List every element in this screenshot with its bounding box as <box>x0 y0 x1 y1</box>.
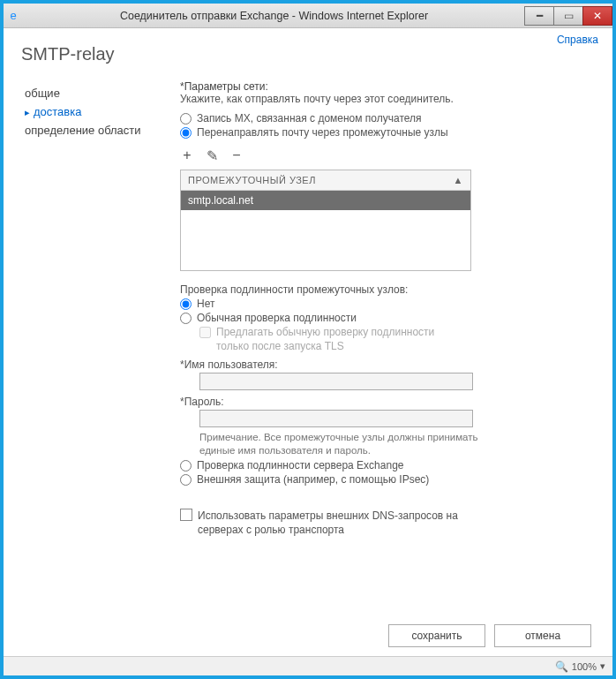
net-params-hint: Укажите, как отправлять почту через этот… <box>180 93 598 105</box>
sidebar-item-delivery[interactable]: доставка <box>18 102 159 121</box>
smarthost-toolbar: + ✎ − <box>180 147 598 164</box>
sidebar-item-general[interactable]: общие <box>18 84 159 102</box>
cancel-button[interactable]: отмена <box>494 624 591 647</box>
checkbox-basic-tls <box>199 327 211 338</box>
auth-section-label: Проверка подлинности промежуточных узлов… <box>180 283 598 296</box>
radio-smarthost[interactable] <box>180 127 192 139</box>
radio-smarthost-label: Перенаправлять почту через промежуточные… <box>197 126 448 139</box>
radio-auth-exchange-label: Проверка подлинности сервера Exchange <box>197 459 403 472</box>
footer: сохранить отмена <box>18 615 598 653</box>
smarthost-list-header[interactable]: ПРОМЕЖУТОЧНЫЙ УЗЕЛ ▲ <box>181 170 470 191</box>
smarthost-list: ПРОМЕЖУТОЧНЫЙ УЗЕЛ ▲ smtp.local.net <box>180 170 471 271</box>
window: e Соединитель отправки Exchange - Window… <box>0 0 616 679</box>
remove-icon[interactable]: − <box>229 147 244 164</box>
password-field <box>199 410 473 427</box>
close-button[interactable]: ✕ <box>582 6 612 26</box>
radio-auth-external[interactable] <box>180 474 192 486</box>
checkbox-external-dns[interactable] <box>180 509 192 521</box>
radio-auth-external-label: Внешняя защита (например, с помощью IPse… <box>197 473 429 486</box>
smarthost-list-body: smtp.local.net <box>181 191 470 270</box>
sort-icon[interactable]: ▲ <box>454 175 463 185</box>
list-header-label: ПРОМЕЖУТОЧНЫЙ УЗЕЛ <box>188 175 316 185</box>
ie-icon: e <box>4 9 23 22</box>
help-link[interactable]: Справка <box>557 34 598 46</box>
sidebar: общие доставка определение области <box>18 80 159 615</box>
zoom-level: 100% <box>572 661 597 672</box>
radio-auth-none-label: Нет <box>197 298 214 310</box>
radio-mx-label: Запись MX, связанная с доменом получател… <box>197 112 422 124</box>
radio-auth-basic[interactable] <box>180 313 192 324</box>
maximize-button[interactable]: ▭ <box>553 6 583 26</box>
checkbox-external-dns-label: Использовать параметры внешних DNS-запро… <box>198 509 462 537</box>
radio-auth-basic-label: Обычная проверка подлинности <box>197 312 357 324</box>
radio-auth-exchange[interactable] <box>180 460 192 472</box>
add-icon[interactable]: + <box>180 147 194 164</box>
main-panel: *Параметры сети: Укажите, как отправлять… <box>180 80 598 615</box>
save-button[interactable]: сохранить <box>388 624 485 647</box>
radio-auth-none[interactable] <box>180 298 192 310</box>
zoom-icon[interactable]: 🔍 <box>555 660 568 673</box>
page-title: SMTP-relay <box>21 44 598 64</box>
sidebar-item-scope[interactable]: определение области <box>18 121 159 140</box>
password-label: *Пароль: <box>180 396 598 408</box>
window-title: Соединитель отправки Exchange - Windows … <box>23 10 525 22</box>
checkbox-basic-tls-label: Предлагать обычную проверку подлинности … <box>216 326 446 353</box>
username-label: *Имя пользователя: <box>180 358 598 371</box>
minimize-button[interactable]: ━ <box>524 6 554 26</box>
list-item[interactable]: smtp.local.net <box>181 191 470 210</box>
auth-note: Примечание. Все промежуточные узлы должн… <box>199 431 482 457</box>
net-params-label: *Параметры сети: <box>180 80 598 93</box>
zoom-dropdown-icon[interactable]: ▾ <box>600 660 605 672</box>
edit-icon[interactable]: ✎ <box>205 147 219 164</box>
titlebar: e Соединитель отправки Exchange - Window… <box>4 4 612 28</box>
statusbar: 🔍 100% ▾ <box>4 656 612 675</box>
content: Справка SMTP-relay общие доставка опреде… <box>4 28 612 656</box>
username-field <box>199 373 473 390</box>
radio-mx[interactable] <box>180 113 192 124</box>
